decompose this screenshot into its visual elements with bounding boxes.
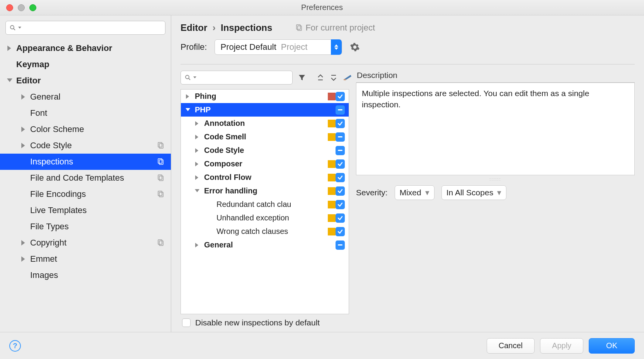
inspection-checkbox[interactable] <box>336 92 345 101</box>
resize-grip[interactable]: :::::: <box>489 177 501 181</box>
svg-rect-16 <box>344 79 346 80</box>
sidebar-item-copyright[interactable]: Copyright <box>0 235 171 251</box>
sidebar-item-label: Live Templates <box>30 205 87 215</box>
copy-icon <box>295 24 302 31</box>
inspections-tree[interactable]: PhingPHPAnnotationCode SmellCode StyleCo… <box>181 89 349 314</box>
caret-icon <box>193 121 201 126</box>
profile-label: Profile: <box>181 42 207 52</box>
inspection-checkbox[interactable] <box>336 105 345 115</box>
sidebar-item-appearance-behavior[interactable]: Appearance & Behavior <box>0 40 171 56</box>
severity-swatch <box>328 201 336 208</box>
inspection-row-redundant-catch-clau[interactable]: Redundant catch clau <box>181 198 349 211</box>
severity-swatch <box>328 214 336 222</box>
inspection-checkbox[interactable] <box>336 132 345 142</box>
expand-all-button[interactable] <box>317 74 324 81</box>
svg-line-1 <box>14 29 15 30</box>
inspection-checkbox[interactable] <box>336 186 345 196</box>
inspection-row-code-smell[interactable]: Code Smell <box>181 130 349 144</box>
caret-icon <box>21 94 26 100</box>
sidebar-item-code-style[interactable]: Code Style <box>0 137 171 154</box>
chevron-down-icon: ▾ <box>497 188 501 197</box>
severity-swatch <box>328 228 336 235</box>
ok-button[interactable]: OK <box>589 338 635 354</box>
filter-button[interactable] <box>298 74 306 81</box>
sidebar-item-color-scheme[interactable]: Color Scheme <box>0 121 171 137</box>
inspection-row-error-handling[interactable]: Error handling <box>181 184 349 198</box>
svg-point-0 <box>10 25 14 29</box>
sidebar-item-label: File Encodings <box>30 189 86 199</box>
inspection-row-control-flow[interactable]: Control Flow <box>181 171 349 184</box>
inspection-checkbox[interactable] <box>336 200 345 209</box>
inspection-label: Code Style <box>204 146 328 155</box>
severity-swatch <box>328 174 336 181</box>
sidebar-item-file-and-code-templates[interactable]: File and Code Templates <box>0 170 171 186</box>
inspection-label: Wrong catch clauses <box>216 227 328 236</box>
sidebar-item-live-templates[interactable]: Live Templates <box>0 202 171 218</box>
sidebar-item-images[interactable]: Images <box>0 267 171 283</box>
svg-rect-8 <box>158 191 162 196</box>
apply-button[interactable]: Apply <box>540 338 583 354</box>
caret-icon <box>184 108 192 112</box>
sidebar-item-emmet[interactable]: Emmet <box>0 251 171 267</box>
sidebar-item-font[interactable]: Font <box>0 105 171 121</box>
select-arrow-icon <box>331 39 342 55</box>
inspection-checkbox[interactable] <box>336 119 345 128</box>
sidebar-item-file-encodings[interactable]: File Encodings <box>0 186 171 202</box>
caret-icon <box>193 135 201 139</box>
caret-icon <box>21 256 26 262</box>
copy-icon <box>157 174 164 181</box>
sidebar-item-inspections[interactable]: Inspections <box>0 154 171 170</box>
inspection-row-wrong-catch-clauses[interactable]: Wrong catch clauses <box>181 225 349 238</box>
caret-icon <box>193 243 201 247</box>
inspection-row-unhandled-exception[interactable]: Unhandled exception <box>181 211 349 225</box>
severity-swatch <box>328 160 336 168</box>
inspection-row-composer[interactable]: Composer <box>181 157 349 171</box>
search-icon <box>10 25 16 31</box>
inspection-checkbox[interactable] <box>336 240 345 250</box>
dialog-footer: ? Cancel Apply OK <box>0 332 644 359</box>
inspection-row-phing[interactable]: Phing <box>181 90 349 103</box>
chevron-down-icon: ▾ <box>425 188 429 197</box>
collapse-all-button[interactable] <box>330 74 337 81</box>
description-label: Description <box>356 71 635 83</box>
caret-icon <box>21 240 26 246</box>
copy-icon <box>157 158 164 165</box>
severity-swatch <box>328 120 336 127</box>
inspection-checkbox[interactable] <box>336 173 345 182</box>
svg-rect-10 <box>158 240 162 244</box>
svg-rect-3 <box>159 144 163 148</box>
scope-select[interactable]: In All Scopes ▾ <box>441 185 506 200</box>
inspection-label: Unhandled exception <box>216 213 328 222</box>
profile-settings-button[interactable] <box>350 42 360 52</box>
copy-icon <box>157 239 164 246</box>
profile-select[interactable]: Project Default Project <box>215 39 342 55</box>
inspection-label: General <box>204 240 328 249</box>
inspection-checkbox[interactable] <box>336 227 345 236</box>
sidebar-search-input[interactable] <box>5 21 165 35</box>
inspection-label: Control Flow <box>204 173 328 182</box>
reset-button[interactable] <box>343 74 352 81</box>
sidebar-item-label: Font <box>30 108 47 118</box>
sidebar-item-file-types[interactable]: File Types <box>0 218 171 235</box>
disable-new-inspections-checkbox[interactable] <box>182 318 191 327</box>
help-button[interactable]: ? <box>9 340 21 352</box>
inspection-row-general[interactable]: General <box>181 238 349 252</box>
svg-rect-6 <box>158 175 162 180</box>
inspection-row-php[interactable]: PHP <box>181 103 349 117</box>
inspections-search-input[interactable] <box>181 71 293 85</box>
sidebar-item-general[interactable]: General <box>0 89 171 105</box>
severity-select[interactable]: Mixed ▾ <box>395 185 434 200</box>
inspection-row-code-style[interactable]: Code Style <box>181 144 349 157</box>
sidebar-item-keymap[interactable]: Keymap <box>0 56 171 73</box>
inspection-checkbox[interactable] <box>336 146 345 155</box>
inspection-checkbox[interactable] <box>336 213 345 223</box>
window-title: Preferences <box>0 3 644 12</box>
sidebar-item-label: Inspections <box>30 157 73 167</box>
caret-icon <box>7 46 12 51</box>
inspection-checkbox[interactable] <box>336 159 345 169</box>
cancel-button[interactable]: Cancel <box>487 338 535 354</box>
copy-icon <box>157 191 164 198</box>
inspection-row-annotation[interactable]: Annotation <box>181 117 349 130</box>
profile-select-scope: Project <box>281 42 307 52</box>
sidebar-item-editor[interactable]: Editor <box>0 73 171 89</box>
